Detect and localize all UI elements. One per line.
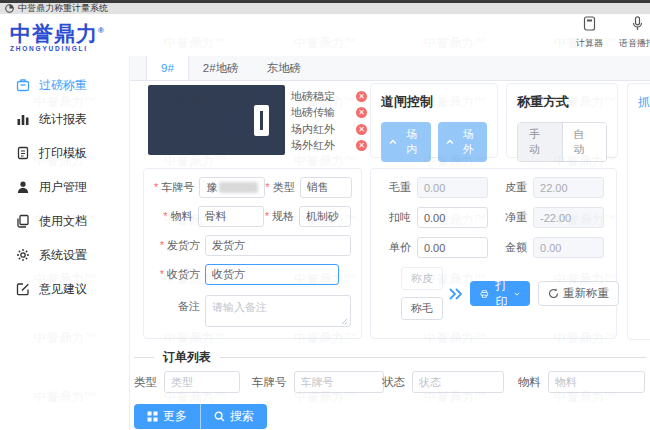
tare-input xyxy=(533,177,604,198)
print-button[interactable]: 打印 xyxy=(470,281,530,306)
tab-scale-east[interactable]: 东地磅 xyxy=(253,56,316,80)
voice-label: 语音播报 xyxy=(619,37,650,50)
filter-material-input[interactable] xyxy=(548,371,645,393)
search-icon xyxy=(214,411,225,422)
sidebar: 过磅称重 统计报表 打印模板 用户管理 使用文档 系统设置 意见建议 xyxy=(0,56,130,430)
amount-label: 金额 xyxy=(499,240,527,255)
remark-textarea[interactable] xyxy=(205,295,351,327)
window-titlebar: 中誉鼎力称重计量系统 xyxy=(0,0,650,14)
refresh-icon xyxy=(548,288,559,299)
sidebar-item-print-template[interactable]: 打印模板 xyxy=(0,136,129,170)
status-error-icon: ✕ xyxy=(356,124,367,135)
docs-icon xyxy=(16,214,30,228)
more-button[interactable]: 更多 xyxy=(134,404,201,429)
capture-link[interactable]: 抓拍 xyxy=(638,95,650,109)
printer-icon xyxy=(480,288,489,300)
seven-segment-zero xyxy=(254,105,269,136)
microphone-icon xyxy=(632,16,643,35)
material-input[interactable] xyxy=(198,206,264,227)
deduct-label: 扣吨 xyxy=(383,210,411,225)
sidebar-label-print-template: 打印模板 xyxy=(39,145,87,162)
receiver-input[interactable] xyxy=(205,264,339,285)
vehicle-form-panel: 车牌号 豫 类型 物料 规格 发货方 收货方 备注 xyxy=(143,168,362,339)
plate-value: 豫 xyxy=(206,180,217,195)
sidebar-item-users[interactable]: 用户管理 xyxy=(0,170,129,204)
tab-scale-2[interactable]: 2#地磅 xyxy=(189,56,253,80)
double-chevron-icon xyxy=(448,287,464,301)
scale-icon xyxy=(16,78,30,92)
spec-label: 规格 xyxy=(264,209,294,224)
scale-tabbar: 9# 2#地磅 东地磅 xyxy=(130,56,650,81)
filter-plate-input[interactable] xyxy=(294,371,384,393)
status-row-stable: 地磅稳定 ✕ xyxy=(291,88,367,105)
feedback-icon xyxy=(16,282,30,296)
order-list-title: 订单列表 xyxy=(154,349,220,366)
brand-name: 中誉鼎力 xyxy=(10,22,98,45)
filter-type-label: 类型 xyxy=(134,375,157,390)
tab-label: 9# xyxy=(161,62,174,74)
voice-tool[interactable]: 语音播报 xyxy=(619,16,650,50)
weigh-mode-toggle: 手动 自动 xyxy=(517,122,607,162)
gate-panel-title: 道闸控制 xyxy=(381,93,487,111)
plate-label: 车牌号 xyxy=(154,180,194,195)
order-filters: 类型 车牌号 状态 物料 xyxy=(130,371,650,395)
filter-material-label: 物料 xyxy=(518,375,541,390)
sidebar-item-weighing[interactable]: 过磅称重 xyxy=(0,68,129,102)
scale-status-list: 地磅稳定 ✕ 地磅传输 ✕ 场内红外 ✕ 场外红外 ✕ xyxy=(291,88,367,154)
weigh-mode-title: 称重方式 xyxy=(517,93,607,111)
chevron-up-icon xyxy=(446,139,454,145)
sidebar-label-feedback: 意见建议 xyxy=(39,281,87,298)
brand-reg-mark: ® xyxy=(98,26,105,35)
type-label: 类型 xyxy=(265,180,294,195)
sidebar-item-docs[interactable]: 使用文档 xyxy=(0,204,129,238)
status-label: 地磅传输 xyxy=(291,105,335,120)
tab-scale-9[interactable]: 9# xyxy=(146,56,189,80)
type-input[interactable] xyxy=(300,177,352,198)
deduct-input[interactable] xyxy=(417,207,488,228)
gate-out-button[interactable]: 场外 xyxy=(438,122,488,162)
resize-handle-icon[interactable] xyxy=(341,318,348,325)
gross-input xyxy=(417,177,488,198)
sidebar-item-reports[interactable]: 统计报表 xyxy=(0,102,129,136)
spec-input[interactable] xyxy=(299,206,351,227)
calculator-label: 计算器 xyxy=(576,37,603,50)
sidebar-label-weighing: 过磅称重 xyxy=(39,77,87,94)
search-button[interactable]: 搜索 xyxy=(201,404,267,429)
filter-status-input[interactable] xyxy=(412,371,504,393)
document-icon xyxy=(16,146,30,160)
status-error-icon: ✕ xyxy=(356,107,367,118)
gate-in-button[interactable]: 场内 xyxy=(381,122,431,162)
price-input[interactable] xyxy=(417,237,488,258)
mode-auto-option[interactable]: 自动 xyxy=(563,123,607,161)
filter-status-label: 状态 xyxy=(382,375,405,390)
calculator-tool[interactable]: 计算器 xyxy=(576,16,603,50)
sidebar-item-feedback[interactable]: 意见建议 xyxy=(0,272,129,306)
net-label: 净重 xyxy=(499,210,527,225)
plate-input[interactable]: 豫 xyxy=(199,177,265,198)
capture-panel: 抓拍 xyxy=(627,83,650,340)
remark-label: 备注 xyxy=(154,299,200,314)
sidebar-label-settings: 系统设置 xyxy=(39,247,87,264)
status-error-icon: ✕ xyxy=(356,91,367,102)
status-error-icon: ✕ xyxy=(356,140,367,151)
weigh-tare-button[interactable]: 称皮 xyxy=(401,267,443,290)
price-label: 单价 xyxy=(383,240,411,255)
plate-redacted-blur xyxy=(219,182,258,193)
filter-type-input[interactable] xyxy=(164,371,240,393)
status-label: 地磅稳定 xyxy=(291,89,335,104)
sender-input[interactable] xyxy=(205,235,351,256)
weight-form-panel: 毛重 皮重 扣吨 净重 单价 金额 称皮 称毛 xyxy=(370,168,617,339)
gate-in-label: 场内 xyxy=(401,127,423,157)
brand-subtitle: ZHONGYUDINGLI xyxy=(10,45,105,52)
mode-manual-option[interactable]: 手动 xyxy=(518,123,563,161)
sidebar-label-reports: 统计报表 xyxy=(39,111,87,128)
weigh-mode-panel: 称重方式 手动 自动 xyxy=(506,83,618,158)
weigh-gross-button[interactable]: 称毛 xyxy=(401,297,443,320)
chevron-up-icon xyxy=(389,139,397,145)
main-content: 地磅稳定 ✕ 地磅传输 ✕ 场内红外 ✕ 场外红外 ✕ 道闸控制 场内 场外 xyxy=(130,81,650,430)
sidebar-item-settings[interactable]: 系统设置 xyxy=(0,238,129,272)
header-tools: 计算器 语音播报 xyxy=(576,16,650,50)
reweigh-button[interactable]: 重新称重 xyxy=(538,281,619,306)
order-list-divider: 订单列表 xyxy=(134,349,646,366)
more-label: 更多 xyxy=(163,408,187,425)
